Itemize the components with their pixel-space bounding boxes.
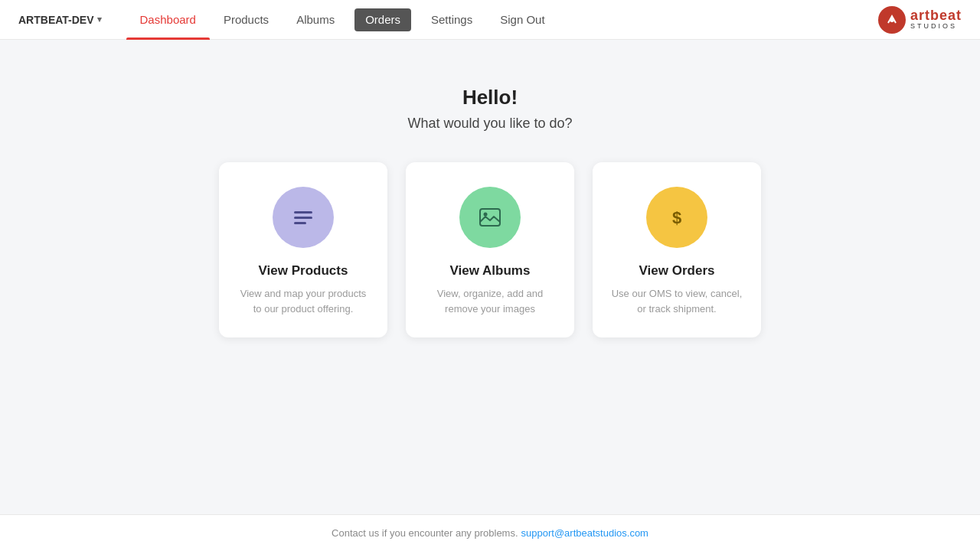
svg-point-6: [484, 213, 488, 217]
svg-rect-3: [294, 217, 312, 219]
svg-text:$: $: [672, 208, 681, 227]
hero-title: Hello!: [462, 86, 518, 109]
albums-icon-circle: [459, 187, 521, 248]
products-icon-circle: [273, 187, 334, 248]
artbeat-logo: artbeat STUDIOS: [878, 6, 962, 34]
nav-dashboard[interactable]: Dashboard: [126, 0, 210, 40]
albums-card-title: View Albums: [450, 263, 531, 279]
main-content: Hello! What would you like to do? View P…: [0, 40, 980, 514]
products-card-title: View Products: [259, 263, 348, 279]
svg-rect-2: [294, 211, 312, 214]
svg-rect-5: [480, 209, 500, 226]
orders-card-title: View Orders: [639, 263, 715, 279]
logo-icon: [878, 6, 906, 34]
card-orders[interactable]: $ View Orders Use our OMS to view, cance…: [593, 162, 761, 337]
brand-logo[interactable]: ARTBEAT-DEV ▾: [18, 14, 102, 26]
main-nav: ARTBEAT-DEV ▾ Dashboard Products Albums …: [0, 0, 980, 40]
footer-text: Contact us if you encounter any problems…: [332, 527, 518, 539]
nav-products[interactable]: Products: [210, 0, 283, 40]
brand-chevron-icon: ▾: [97, 15, 102, 24]
hero-subtitle: What would you like to do?: [407, 116, 572, 132]
brand-name: ARTBEAT-DEV: [18, 14, 94, 26]
nav-links: Dashboard Products Albums Orders Setting…: [126, 0, 878, 40]
svg-point-1: [890, 18, 894, 22]
logo-artbeat: artbeat: [910, 8, 962, 24]
footer: Contact us if you encounter any problems…: [0, 514, 980, 551]
nav-signout[interactable]: Sign Out: [486, 0, 558, 40]
card-albums[interactable]: View Albums View, organize, add and remo…: [406, 162, 574, 337]
card-products[interactable]: View Products View and map your products…: [219, 162, 387, 337]
orders-icon-circle: $: [646, 187, 707, 248]
nav-settings[interactable]: Settings: [417, 0, 486, 40]
orders-card-description: Use our OMS to view, cancel, or track sh…: [611, 286, 743, 316]
footer-support-link[interactable]: support@artbeatstudios.com: [521, 527, 648, 539]
logo-text: artbeat STUDIOS: [910, 8, 962, 31]
albums-card-description: View, organize, add and remove your imag…: [424, 286, 556, 316]
svg-rect-4: [294, 222, 306, 224]
nav-albums[interactable]: Albums: [283, 0, 348, 40]
logo-studios: STUDIOS: [910, 23, 962, 31]
cards-container: View Products View and map your products…: [219, 162, 761, 337]
products-card-description: View and map your products to our produc…: [237, 286, 369, 316]
nav-orders[interactable]: Orders: [354, 8, 411, 31]
